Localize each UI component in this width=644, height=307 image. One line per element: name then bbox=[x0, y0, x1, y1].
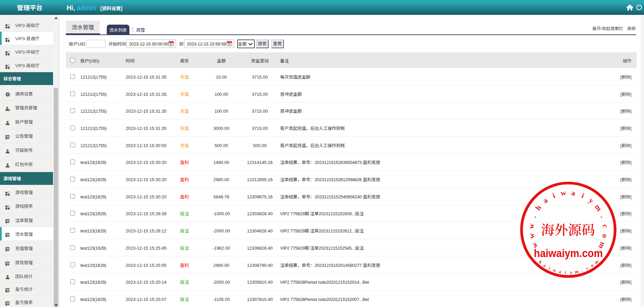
svg-text:o: o bbox=[590, 262, 594, 268]
svg-text:m: m bbox=[574, 269, 579, 275]
svg-text:c: c bbox=[601, 224, 610, 228]
svg-text:.: . bbox=[599, 214, 608, 219]
svg-text:a: a bbox=[541, 196, 549, 205]
svg-text:w: w bbox=[552, 267, 557, 273]
svg-text:i: i bbox=[565, 270, 566, 275]
svg-text:w: w bbox=[527, 233, 536, 240]
svg-text:haiwaiym.com: haiwaiym.com bbox=[534, 247, 603, 259]
svg-text:a: a bbox=[571, 188, 576, 197]
svg-text:m: m bbox=[593, 203, 604, 213]
svg-text:o: o bbox=[601, 233, 610, 239]
svg-text:w: w bbox=[527, 223, 536, 229]
svg-text:i: i bbox=[580, 191, 585, 200]
svg-text:h: h bbox=[534, 203, 543, 212]
svg-text:31: 31 bbox=[228, 43, 231, 46]
svg-text:y: y bbox=[570, 270, 572, 275]
svg-text:i: i bbox=[551, 191, 556, 200]
svg-text:海外源码: 海外源码 bbox=[541, 219, 595, 239]
svg-text:a: a bbox=[559, 269, 562, 274]
svg-text:.: . bbox=[529, 214, 538, 219]
svg-text:31: 31 bbox=[170, 43, 173, 46]
svg-text:c: c bbox=[585, 266, 589, 271]
svg-text:w: w bbox=[560, 188, 567, 197]
svg-text:y: y bbox=[587, 196, 595, 205]
svg-text:i: i bbox=[548, 266, 551, 271]
svg-text:a: a bbox=[542, 262, 547, 268]
svg-text:.: . bbox=[581, 268, 584, 273]
